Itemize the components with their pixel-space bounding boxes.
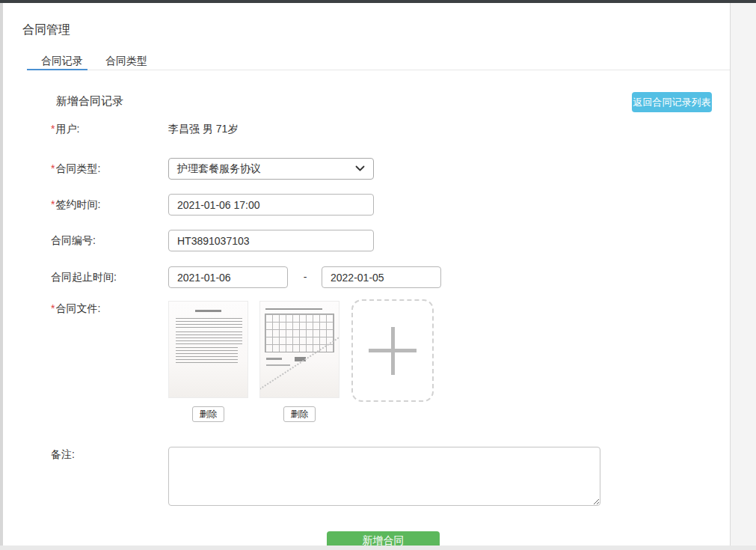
required-marker: * — [51, 198, 55, 210]
delete-file-1-button[interactable]: 删除 — [192, 406, 224, 422]
required-marker: * — [51, 162, 55, 174]
period-start-input[interactable] — [168, 266, 288, 288]
tab-separator — [87, 70, 731, 70]
document-text-line — [266, 358, 282, 360]
period-end-input[interactable] — [322, 266, 441, 288]
window-top-strip — [0, 0, 756, 3]
required-marker: * — [51, 123, 55, 135]
document-text-lines — [176, 318, 242, 329]
contract-file-thumbnail-2[interactable] — [259, 301, 339, 398]
user-label: *用户: — [51, 123, 79, 136]
document-heading-line — [265, 308, 322, 310]
window-left-strip — [0, 3, 3, 546]
plus-icon — [391, 327, 395, 375]
page-title: 合同管理 — [22, 22, 70, 38]
active-tab-underline — [27, 69, 87, 70]
document-title-line — [195, 310, 222, 312]
remark-label: 备注: — [51, 448, 75, 462]
contract-type-select[interactable]: 护理套餐服务协议 — [168, 158, 374, 180]
contract-file-thumbnail-1[interactable] — [168, 301, 248, 398]
document-text-lines — [176, 347, 238, 364]
contract-type-label: *合同类型: — [51, 162, 100, 176]
upload-file-dropzone[interactable] — [351, 299, 434, 402]
page-right-gutter — [730, 3, 756, 546]
chevron-down-icon — [355, 165, 365, 172]
contract-type-selected-value: 护理套餐服务协议 — [177, 162, 261, 176]
period-separator: - — [299, 271, 311, 283]
contract-no-input[interactable] — [168, 230, 374, 251]
sign-time-input[interactable] — [168, 194, 374, 216]
back-to-contract-list-button[interactable]: 返回合同记录列表 — [632, 92, 712, 112]
contract-management-page: 合同管理 合同记录 合同类型 新增合同记录 返回合同记录列表 *用户: 李昌强 … — [0, 0, 756, 550]
horizontal-scrollbar-track[interactable] — [0, 546, 756, 550]
contract-no-label: 合同编号: — [51, 234, 96, 248]
section-title: 新增合同记录 — [56, 94, 123, 109]
tab-contract-records[interactable]: 合同记录 — [41, 55, 83, 68]
contract-files-label: *合同文件: — [51, 302, 100, 316]
delete-file-2-button[interactable]: 删除 — [283, 406, 316, 422]
tab-contract-types[interactable]: 合同类型 — [105, 55, 147, 68]
document-text-line — [266, 364, 290, 366]
contract-period-label: 合同起止时间: — [51, 271, 117, 284]
document-text-lines — [176, 331, 242, 344]
sign-time-label: *签约时间: — [51, 198, 100, 212]
user-value: 李昌强 男 71岁 — [168, 123, 238, 136]
remark-textarea[interactable] — [168, 447, 600, 506]
required-marker: * — [51, 302, 55, 314]
